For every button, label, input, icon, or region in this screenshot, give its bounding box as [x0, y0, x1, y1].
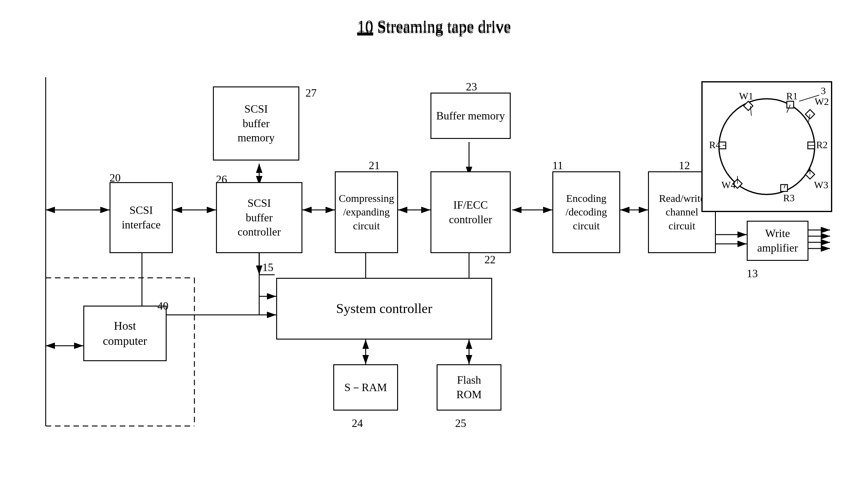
ref-21: 21: [369, 159, 380, 172]
system-controller-box: System controller: [276, 278, 492, 340]
scsi-buffer-controller-label: SCSIbuffercontroller: [237, 196, 281, 239]
drum-label-w1: W1: [739, 90, 753, 102]
drum-label-r4: R4: [709, 139, 721, 150]
drum-label-r2: R2: [816, 139, 828, 150]
ref-24: 24: [352, 417, 363, 430]
if-ecc-controller-box: IF/ECCcontroller: [431, 171, 511, 253]
drum-assembly: R1 W2 W1 R4 R2 W4 R3 W3 3: [700, 80, 833, 213]
drum-label-r3: R3: [783, 192, 795, 203]
s-ram-label: S－RAM: [344, 380, 387, 395]
ref-13: 13: [747, 267, 758, 280]
system-controller-label: System controller: [336, 300, 432, 317]
drum-label-w4: W4: [721, 179, 736, 190]
drum-label-w3: W3: [814, 179, 828, 190]
write-amplifier-box: Writeamplifier: [747, 221, 808, 261]
diagram-title: 10 Streaming tape drive: [357, 17, 511, 35]
title-label: Streaming tape drive: [377, 17, 511, 35]
ref-12: 12: [679, 159, 690, 172]
ref-27: 27: [305, 86, 317, 99]
ref-15: 15: [262, 261, 273, 274]
encoding-decoding-box: Encoding/decodingcircuit: [552, 171, 620, 253]
scsi-buffer-memory-label: SCSIbuffermemory: [237, 102, 275, 145]
compressing-expanding-label: Compressing/expandingcircuit: [339, 192, 394, 233]
s-ram-box: S－RAM: [333, 364, 398, 411]
flash-rom-box: FlashROM: [437, 364, 502, 411]
scsi-interface-box: SCSIinterface: [110, 182, 173, 253]
ref-25: 25: [455, 417, 466, 430]
drum-label-w2: W2: [815, 96, 829, 107]
host-computer-label: Hostcomputer: [103, 318, 147, 349]
ref-26: 26: [216, 173, 227, 186]
ref-11: 11: [552, 159, 563, 172]
readwrite-channel-label: Read/writechannelcircuit: [659, 192, 705, 233]
buffer-memory-label: Buffer memory: [436, 109, 505, 123]
write-amplifier-label: Writeamplifier: [757, 226, 798, 255]
scsi-interface-label: SCSIinterface: [122, 203, 161, 232]
diagram-container: 10 Streaming tape drive: [0, 0, 868, 497]
drum-label-r1: R1: [786, 90, 798, 102]
encoding-decoding-label: Encoding/decodingcircuit: [566, 192, 607, 233]
if-ecc-controller-label: IF/ECCcontroller: [449, 198, 492, 227]
compressing-expanding-box: Compressing/expandingcircuit: [335, 171, 398, 253]
ref-20: 20: [110, 171, 121, 184]
ref-22: 22: [484, 253, 495, 266]
drum-svg: R1 W2 W1 R4 R2 W4 R3 W3 3: [700, 80, 833, 213]
scsi-buffer-controller-box: SCSIbuffercontroller: [216, 182, 302, 253]
title-ref-num: 10: [357, 17, 373, 35]
drum-ref-3: 3: [821, 85, 826, 96]
buffer-memory-box: Buffer memory: [431, 93, 511, 139]
flash-rom-label: FlashROM: [457, 373, 482, 402]
ref-23: 23: [466, 80, 477, 93]
host-computer-box: Hostcomputer: [83, 306, 167, 361]
ref-40: 40: [157, 299, 169, 312]
scsi-buffer-memory-box: SCSIbuffermemory: [213, 86, 299, 160]
